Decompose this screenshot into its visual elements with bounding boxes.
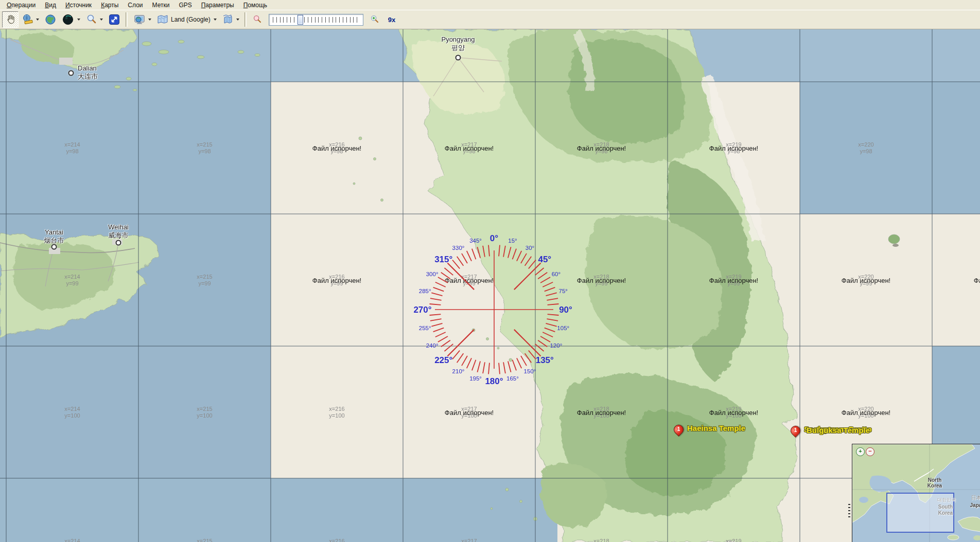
dropdown-arrow-icon: [148, 19, 151, 21]
map-source-icon: [156, 13, 169, 26]
map-source-button[interactable]: Land (Google): [154, 11, 219, 28]
layers-map-icon: [222, 13, 234, 26]
minimap-label: Korea: [927, 483, 942, 489]
map-monitor-icon: [133, 13, 146, 26]
hand-pan-icon: [4, 13, 16, 26]
menu-item-8[interactable]: Помощь: [239, 1, 272, 9]
dropdown-arrow-icon: [36, 19, 39, 21]
menu-item-0[interactable]: Операции: [2, 1, 40, 9]
menu-item-4[interactable]: Слои: [123, 1, 147, 9]
zoom-slider[interactable]: [269, 14, 363, 26]
placemark-pin[interactable]: 1: [789, 424, 802, 438]
map-view-button[interactable]: [131, 11, 153, 28]
go-to-globe-icon: [44, 13, 57, 26]
selection-zoom-button[interactable]: [250, 11, 265, 28]
toolbar-separator: [126, 12, 128, 27]
map-viewport[interactable]: x=214y=98x=215y=98x=216y=98Файл испорчен…: [0, 29, 980, 542]
overview-minimap[interactable]: + − NorthKorea대한민국SouthKorea日本Japan: [852, 444, 980, 542]
menu-item-3[interactable]: Карты: [96, 1, 123, 9]
toolbar: Land (Google) 9x: [0, 10, 980, 29]
minimap-label: South: [938, 504, 953, 510]
toolbar-separator: [244, 12, 247, 27]
pan-tool-button[interactable]: [2, 11, 19, 28]
dropdown-arrow-icon: [77, 19, 80, 21]
zoom-in-button[interactable]: [367, 11, 382, 28]
magnifier-icon: [85, 13, 98, 26]
menu-item-5[interactable]: Метки: [148, 1, 174, 9]
minimap-label: North: [928, 477, 942, 483]
minimap-label: Japan: [970, 502, 980, 508]
fullscreen-button[interactable]: [106, 11, 122, 28]
layers-button[interactable]: [220, 11, 241, 28]
placemark-label: Bulguksa Temple: [807, 426, 870, 435]
minimap-zoom-in-button[interactable]: +: [856, 447, 865, 456]
menu-bar: ОперацииВидИсточникКартыСлоиМеткиGPSПара…: [0, 0, 980, 10]
menu-item-7[interactable]: Параметры: [197, 1, 239, 9]
minimap-label: 日本: [971, 494, 980, 501]
minimap-zoom-out-button[interactable]: −: [866, 447, 874, 456]
minimap-resize-grip[interactable]: [848, 504, 850, 517]
application-window: ОперацииВидИсточникКартыСлоиМеткиGPSПара…: [0, 0, 980, 542]
fullscreen-icon: [108, 13, 120, 26]
zoom-slider-ticks: [273, 17, 359, 23]
menu-item-1[interactable]: Вид: [40, 1, 61, 9]
minimap-label: Korea: [938, 510, 953, 516]
map-source-label: Land (Google): [171, 16, 211, 23]
selection-magnifier-icon: [252, 14, 263, 25]
menu-item-2[interactable]: Источник: [61, 1, 96, 9]
menu-item-6[interactable]: GPS: [174, 1, 196, 9]
zoom-plus-magnifier-icon: [369, 14, 380, 25]
dark-globe-button[interactable]: [60, 11, 82, 28]
zoom-level-label: 9x: [388, 16, 395, 24]
go-to-button[interactable]: [42, 11, 59, 28]
dropdown-arrow-icon: [100, 19, 103, 21]
placemark-pin[interactable]: 1: [672, 423, 686, 437]
zoom-slider-thumb[interactable]: [297, 15, 303, 25]
dropdown-arrow-icon: [214, 19, 217, 21]
zoom-tool-button[interactable]: [83, 11, 105, 28]
minimap-label: 대한민국: [937, 497, 956, 503]
placemark-label: Haeinsa Temple: [687, 424, 745, 432]
placemarks-layer: 1Haeinsa Temple1Seokguram GrottoBulguksa…: [0, 29, 980, 542]
dark-sphere-icon: [62, 13, 75, 26]
dropdown-arrow-icon: [236, 19, 239, 21]
measure-globe-icon: [22, 13, 34, 26]
distance-measure-button[interactable]: [20, 11, 41, 28]
